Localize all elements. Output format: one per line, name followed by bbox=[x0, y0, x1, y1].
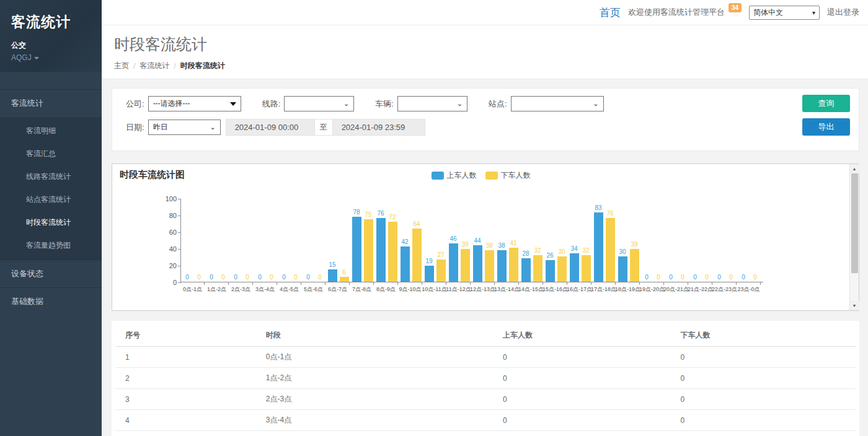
table-panel: 序号时段上车人数下车人数 10点-1点0021点-2点0032点-3点0043点… bbox=[112, 321, 859, 436]
table-cell: 0 bbox=[493, 410, 671, 431]
breadcrumb-item[interactable]: 主页 bbox=[114, 61, 129, 71]
breadcrumb: 主页/客流统计/时段客流统计 bbox=[114, 61, 856, 71]
scrollbar-track[interactable] bbox=[850, 173, 859, 301]
bar-value-label: 30 bbox=[619, 248, 626, 255]
bar-value-label: 0 bbox=[729, 274, 733, 281]
bar-column: 39 bbox=[461, 198, 470, 282]
date-end-input[interactable]: 2024-01-09 23:59 bbox=[332, 119, 425, 136]
bar-group: 2832 bbox=[520, 198, 544, 282]
bar-column: 0 bbox=[691, 198, 700, 282]
date-separator: 至 bbox=[315, 119, 332, 136]
bar[interactable] bbox=[546, 260, 555, 282]
notification-badge[interactable]: 34 bbox=[728, 3, 742, 12]
topbar-home-link[interactable]: 首页 bbox=[600, 6, 621, 20]
scrollbar-thumb[interactable] bbox=[851, 173, 858, 273]
station-select[interactable]: ⌄ bbox=[511, 96, 604, 111]
line-select[interactable]: ⌄ bbox=[284, 96, 354, 111]
x-axis-labels: 0点-1点1点-2点2点-3点3点-4点4点-5点5点-6点6点-7点7点-8点… bbox=[180, 282, 763, 294]
bar[interactable] bbox=[352, 217, 361, 282]
bar[interactable] bbox=[497, 250, 507, 282]
bar[interactable] bbox=[485, 250, 494, 282]
breadcrumb-separator: / bbox=[133, 62, 135, 71]
bar-column: 0 bbox=[642, 198, 652, 282]
export-button[interactable]: 导出 bbox=[802, 118, 850, 136]
filter-panel: 公司: ---请选择--- 线路: ⌄ 车辆: ⌄ 站点: bbox=[112, 88, 859, 151]
bar[interactable] bbox=[425, 266, 434, 282]
bar-value-label: 30 bbox=[558, 248, 565, 255]
page-heading: 时段客流统计 主页/客流统计/时段客流统计 bbox=[102, 25, 868, 79]
bar-column: 0 bbox=[183, 198, 192, 282]
sidebar-item-客流明细[interactable]: 客流明细 bbox=[0, 120, 102, 142]
chart-scrollbar[interactable]: ▲ ▼ bbox=[849, 164, 859, 310]
sidebar-item-站点客流统计[interactable]: 站点客流统计 bbox=[0, 188, 102, 211]
bar[interactable] bbox=[461, 249, 470, 282]
x-axis-label: 17点-18点 bbox=[591, 282, 616, 294]
vehicle-select[interactable]: ⌄ bbox=[397, 96, 467, 111]
date-preset-select[interactable]: 昨日 ⌄ bbox=[148, 120, 221, 135]
company-select[interactable]: ---请选择--- bbox=[148, 96, 241, 111]
scroll-down-icon[interactable]: ▼ bbox=[850, 301, 859, 310]
bar[interactable] bbox=[618, 256, 627, 282]
bars-row: 0000000000001567875767242641927463944383… bbox=[181, 198, 761, 282]
filter-row-1: 公司: ---请选择--- 线路: ⌄ 车辆: ⌄ 站点: bbox=[121, 96, 850, 111]
bar[interactable] bbox=[376, 218, 386, 282]
bar-column: 83 bbox=[594, 198, 603, 282]
bar[interactable] bbox=[401, 246, 410, 282]
bar[interactable] bbox=[557, 256, 567, 282]
query-button[interactable]: 查询 bbox=[802, 95, 850, 112]
bar[interactable] bbox=[340, 277, 349, 282]
date-start-input[interactable]: 2024-01-09 00:00 bbox=[226, 119, 315, 136]
bar-value-label: 0 bbox=[753, 274, 757, 281]
x-axis-label: 15点-16点 bbox=[543, 282, 567, 294]
bar-group: 156 bbox=[326, 198, 350, 282]
sidebar-section-label[interactable]: 客流统计 bbox=[0, 89, 102, 117]
scroll-up-icon[interactable]: ▲ bbox=[850, 164, 859, 173]
bar[interactable] bbox=[594, 212, 603, 282]
bar[interactable] bbox=[582, 255, 591, 282]
x-axis-label: 12点-13点 bbox=[471, 282, 495, 294]
bar-group: 00 bbox=[205, 198, 229, 282]
bar-value-label: 0 bbox=[657, 274, 660, 281]
sidebar-item-线路客流统计[interactable]: 线路客流统计 bbox=[0, 165, 102, 188]
bar[interactable] bbox=[533, 255, 542, 282]
table-cell: 0 bbox=[493, 347, 671, 368]
bar[interactable] bbox=[570, 253, 579, 282]
bar[interactable] bbox=[449, 243, 458, 282]
chart-header: 时段车流统计图 bbox=[112, 164, 849, 181]
bar-value-label: 0 bbox=[742, 274, 745, 281]
bar[interactable] bbox=[521, 258, 531, 282]
sidebar-item-时段客流统计[interactable]: 时段客流统计 bbox=[0, 211, 102, 234]
bar-value-label: 0 bbox=[693, 274, 697, 281]
sidebar-section-label[interactable]: 设备状态 bbox=[0, 259, 102, 287]
bar-value-label: 32 bbox=[582, 247, 589, 254]
sidebar-item-客流汇总[interactable]: 客流汇总 bbox=[0, 142, 102, 165]
bar[interactable] bbox=[436, 259, 446, 282]
bar-value-label: 6 bbox=[342, 269, 346, 276]
bar-value-label: 0 bbox=[270, 274, 273, 281]
y-tick-label: 60 bbox=[156, 229, 177, 236]
bar-column: 0 bbox=[219, 198, 228, 282]
org-code-dropdown[interactable]: AQGJ bbox=[11, 53, 91, 62]
bar[interactable] bbox=[630, 249, 639, 282]
bar-group: 00 bbox=[302, 198, 326, 282]
bar-column: 46 bbox=[449, 198, 458, 282]
bar-column: 0 bbox=[243, 198, 252, 282]
bar[interactable] bbox=[328, 269, 337, 282]
bar[interactable] bbox=[388, 222, 397, 282]
breadcrumb-item[interactable]: 客流统计 bbox=[140, 61, 169, 71]
sidebar-section-label[interactable]: 基础数据 bbox=[0, 287, 102, 315]
logout-link[interactable]: 退出登录 bbox=[827, 7, 859, 18]
bar-group: 00 bbox=[278, 198, 302, 282]
bar-value-label: 0 bbox=[705, 274, 709, 281]
sidebar-nav: 客流统计客流明细客流汇总线路客流统计站点客流统计时段客流统计客流量趋势图设备状态… bbox=[0, 89, 102, 315]
bar[interactable] bbox=[364, 219, 373, 282]
bar[interactable] bbox=[412, 229, 422, 282]
bar-column: 75 bbox=[364, 198, 373, 282]
sidebar-item-客流量趋势图[interactable]: 客流量趋势图 bbox=[0, 234, 102, 257]
bar[interactable] bbox=[606, 218, 615, 282]
bar[interactable] bbox=[509, 248, 518, 282]
table-header-cell: 时段 bbox=[256, 325, 493, 347]
bar[interactable] bbox=[473, 245, 482, 282]
language-select[interactable]: 简体中文 ▾ bbox=[749, 6, 820, 20]
table-cell: 0点-1点 bbox=[256, 347, 493, 368]
